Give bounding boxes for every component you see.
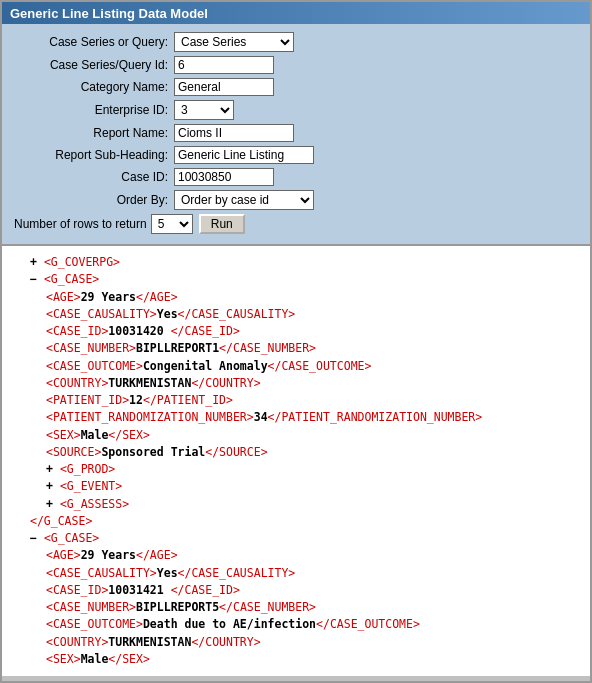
case-series-label: Case Series or Query: xyxy=(14,35,174,49)
g-case1-open-line: − <G_CASE> xyxy=(14,271,578,288)
country2-line: <COUNTRY>TURKMENISTAN</COUNTRY> xyxy=(14,634,578,651)
causality2-line: <CASE_CAUSALITY>Yes</CASE_CAUSALITY> xyxy=(14,565,578,582)
window-title: Generic Line Listing Data Model xyxy=(10,6,208,21)
case-id-label: Case ID: xyxy=(14,170,174,184)
order-by-select[interactable]: Order by case id Order by date xyxy=(174,190,314,210)
case-series-select[interactable]: Case Series Query xyxy=(174,32,294,52)
source1-line: <SOURCE>Sponsored Trial</SOURCE> xyxy=(14,444,578,461)
caseoutcome2-line: <CASE_OUTCOME>Death due to AE/infection<… xyxy=(14,616,578,633)
age2-line: <AGE>29 Years</AGE> xyxy=(14,547,578,564)
case-id-row: Case ID: xyxy=(14,168,578,186)
rows-section: Number of rows to return 5 10 25 50 Run xyxy=(14,214,578,234)
caseid2-line: <CASE_ID>10031421 </CASE_ID> xyxy=(14,582,578,599)
case-series-id-label: Case Series/Query Id: xyxy=(14,58,174,72)
sex1-line: <SEX>Male</SEX> xyxy=(14,427,578,444)
category-name-row: Category Name: xyxy=(14,78,578,96)
g-case1-close-line: </G_CASE> xyxy=(14,513,578,530)
g-coverpg-toggle[interactable]: + xyxy=(30,255,37,269)
g-assess1-line: + <G_ASSESS> xyxy=(14,496,578,513)
casenumber2-line: <CASE_NUMBER>BIPLLREPORT5</CASE_NUMBER> xyxy=(14,599,578,616)
report-sub-heading-input[interactable] xyxy=(174,146,314,164)
g-case1-toggle[interactable]: − xyxy=(30,272,37,286)
caseid1-line: <CASE_ID>10031420 </CASE_ID> xyxy=(14,323,578,340)
report-name-label: Report Name: xyxy=(14,126,174,140)
case-series-id-row: Case Series/Query Id: xyxy=(14,56,578,74)
g-case2-toggle[interactable]: − xyxy=(30,531,37,545)
g-coverpg-tag: <G_COVERPG> xyxy=(44,255,120,269)
enterprise-id-select[interactable]: 3 1 2 4 xyxy=(174,100,234,120)
order-by-row: Order By: Order by case id Order by date xyxy=(14,190,578,210)
enterprise-id-row: Enterprise ID: 3 1 2 4 xyxy=(14,100,578,120)
order-by-label: Order By: xyxy=(14,193,174,207)
country1-line: <COUNTRY>TURKMENISTAN</COUNTRY> xyxy=(14,375,578,392)
g-event1-toggle[interactable]: + xyxy=(46,479,53,493)
caseoutcome1-line: <CASE_OUTCOME>Congenital Anomaly</CASE_O… xyxy=(14,358,578,375)
form-section: Case Series or Query: Case Series Query … xyxy=(2,24,590,246)
g-prod1-line: + <G_PROD> xyxy=(14,461,578,478)
age1-line: <AGE>29 Years</AGE> xyxy=(14,289,578,306)
g-case2-open-line: − <G_CASE> xyxy=(14,530,578,547)
rows-select[interactable]: 5 10 25 50 xyxy=(151,214,193,234)
g-case1-open-tag: <G_CASE> xyxy=(44,272,99,286)
report-sub-heading-label: Report Sub-Heading: xyxy=(14,148,174,162)
patientrandnum1-line: <PATIENT_RANDOMIZATION_NUMBER>34</PATIEN… xyxy=(14,409,578,426)
main-window: Generic Line Listing Data Model Case Ser… xyxy=(0,0,592,683)
report-name-row: Report Name: xyxy=(14,124,578,142)
report-sub-heading-row: Report Sub-Heading: xyxy=(14,146,578,164)
enterprise-id-label: Enterprise ID: xyxy=(14,103,174,117)
sex2-line: <SEX>Male</SEX> xyxy=(14,651,578,668)
xml-output: + <G_COVERPG> − <G_CASE> <AGE>29 Years</… xyxy=(2,246,590,676)
patientid1-line: <PATIENT_ID>12</PATIENT_ID> xyxy=(14,392,578,409)
rows-label: Number of rows to return xyxy=(14,217,147,231)
g-assess1-toggle[interactable]: + xyxy=(46,497,53,511)
category-name-label: Category Name: xyxy=(14,80,174,94)
case-id-input[interactable] xyxy=(174,168,274,186)
report-name-input[interactable] xyxy=(174,124,294,142)
g-prod1-toggle[interactable]: + xyxy=(46,462,53,476)
case-series-row: Case Series or Query: Case Series Query xyxy=(14,32,578,52)
category-name-input[interactable] xyxy=(174,78,274,96)
casenumber1-line: <CASE_NUMBER>BIPLLREPORT1</CASE_NUMBER> xyxy=(14,340,578,357)
run-button[interactable]: Run xyxy=(199,214,245,234)
title-bar: Generic Line Listing Data Model xyxy=(2,2,590,24)
case-series-id-input[interactable] xyxy=(174,56,274,74)
g-event1-line: + <G_EVENT> xyxy=(14,478,578,495)
causality1-line: <CASE_CAUSALITY>Yes</CASE_CAUSALITY> xyxy=(14,306,578,323)
g-coverpg-line: + <G_COVERPG> xyxy=(14,254,578,271)
